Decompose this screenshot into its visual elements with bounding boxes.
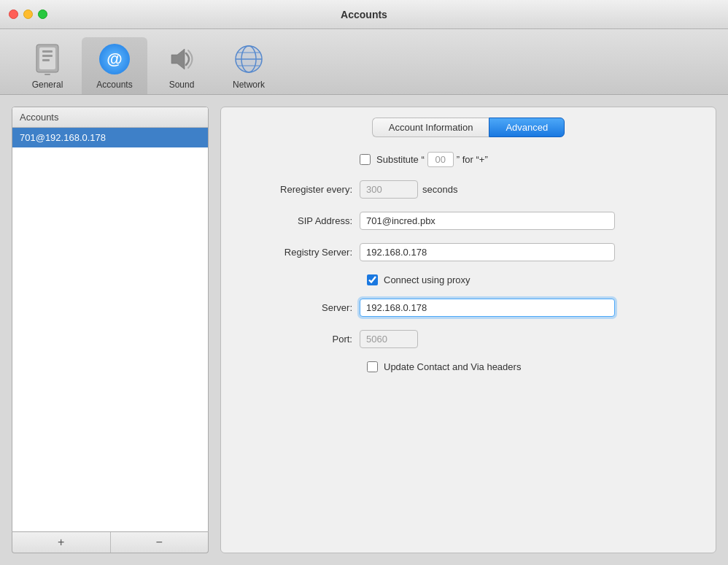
server-row: Server: xyxy=(243,299,694,317)
general-icon xyxy=(30,42,65,77)
sound-icon xyxy=(164,42,199,77)
svg-rect-5 xyxy=(44,74,50,75)
sidebar: Accounts 701@192.168.0.178 + − xyxy=(12,107,209,553)
sip-address-label: SIP Address: xyxy=(243,215,360,226)
svg-point-12 xyxy=(236,46,262,72)
add-account-button[interactable]: + xyxy=(12,532,111,553)
toolbar-item-general[interactable]: General xyxy=(15,37,80,94)
registry-server-label: Registry Server: xyxy=(243,247,360,258)
toolbar-item-accounts[interactable]: @ Accounts xyxy=(82,37,147,94)
toolbar-item-network[interactable]: Network xyxy=(216,37,282,94)
update-contact-checkbox[interactable] xyxy=(367,361,378,372)
port-label: Port: xyxy=(243,334,360,345)
substitute-input[interactable] xyxy=(427,152,454,167)
accounts-icon: @ xyxy=(97,42,132,77)
account-list-item[interactable]: 701@192.168.0.178 xyxy=(12,128,208,147)
sip-address-row: SIP Address: xyxy=(243,212,694,230)
sip-address-input[interactable] xyxy=(360,212,615,230)
accounts-label: Accounts xyxy=(96,80,132,90)
substitute-checkbox[interactable] xyxy=(360,154,371,165)
right-panel: Account Information Advanced Substitute … xyxy=(220,107,716,553)
reregister-label: Reregister every: xyxy=(243,184,360,195)
svg-rect-4 xyxy=(42,59,50,61)
window-controls xyxy=(9,9,47,19)
substitute-label: Substitute “ xyxy=(376,154,425,165)
registry-server-input[interactable] xyxy=(360,243,615,261)
update-contact-label: Update Contact and Via headers xyxy=(384,361,521,372)
update-contact-row: Update Contact and Via headers xyxy=(243,361,694,372)
maximize-button[interactable] xyxy=(38,9,47,19)
accounts-list-header: Accounts xyxy=(12,107,208,128)
connect-proxy-checkbox[interactable] xyxy=(367,274,378,285)
tab-account-information[interactable]: Account Information xyxy=(372,118,489,137)
svg-rect-3 xyxy=(42,55,53,57)
network-label: Network xyxy=(233,80,265,90)
reregister-input[interactable] xyxy=(360,180,418,199)
accounts-list: Accounts 701@192.168.0.178 xyxy=(12,107,209,532)
title-bar: Accounts xyxy=(0,0,728,29)
server-label: Server: xyxy=(243,302,360,313)
reregister-row: Reregister every: seconds xyxy=(243,180,694,199)
connect-proxy-label: Connect using proxy xyxy=(384,274,471,285)
general-label: General xyxy=(32,80,63,90)
substitute-text: Substitute “ ” for “+” xyxy=(376,152,488,167)
svg-rect-2 xyxy=(42,50,53,53)
connect-proxy-row: Connect using proxy xyxy=(243,274,694,285)
server-input[interactable] xyxy=(360,299,615,317)
window-title: Accounts xyxy=(341,9,387,20)
network-icon xyxy=(231,42,266,77)
minimize-button[interactable] xyxy=(23,9,33,19)
tab-bar: Account Information Advanced xyxy=(221,107,716,137)
remove-account-button[interactable]: − xyxy=(111,532,209,553)
form-area: Substitute “ ” for “+” Reregister every:… xyxy=(221,137,716,387)
close-button[interactable] xyxy=(9,9,18,19)
main-content: Accounts 701@192.168.0.178 + − Account I… xyxy=(0,95,728,565)
substitute-row: Substitute “ ” for “+” xyxy=(243,152,694,167)
tab-advanced[interactable]: Advanced xyxy=(489,118,565,137)
reregister-suffix: seconds xyxy=(422,184,457,195)
toolbar: General @ Accounts Sound xyxy=(0,29,728,95)
sidebar-buttons: + − xyxy=(12,532,209,553)
sound-label: Sound xyxy=(169,80,195,90)
svg-marker-6 xyxy=(171,49,185,69)
registry-server-row: Registry Server: xyxy=(243,243,694,261)
substitute-label2: ” for “+” xyxy=(457,154,488,165)
port-input[interactable] xyxy=(360,330,418,348)
port-row: Port: xyxy=(243,330,694,348)
toolbar-item-sound[interactable]: Sound xyxy=(149,37,214,94)
